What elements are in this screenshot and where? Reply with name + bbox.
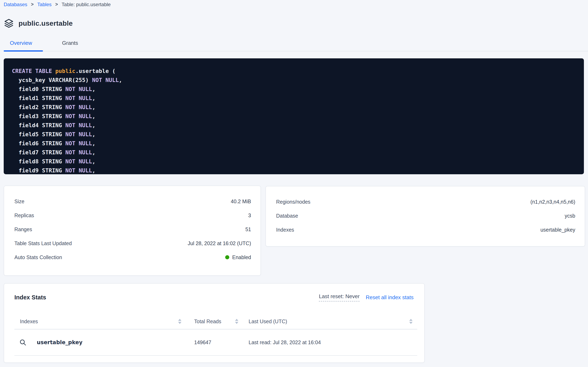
stat-value: (n1,n2,n3,n4,n5,n6): [530, 199, 575, 205]
stat-label: Indexes: [276, 227, 294, 233]
sql-line: field1 STRING NOT NULL,: [12, 94, 576, 103]
sql-line: ycsb_key VARCHAR(255) NOT NULL,: [12, 76, 576, 85]
stat-label: Replicas: [14, 212, 34, 218]
sql-line: field8 STRING NOT NULL,: [12, 157, 576, 166]
stat-value: ycsb: [565, 213, 575, 219]
stat-value: Enabled: [225, 254, 251, 260]
sql-line: field7 STRING NOT NULL,: [12, 148, 576, 157]
stat-row: Ranges51: [4, 222, 261, 236]
sql-line: field5 STRING NOT NULL,: [12, 130, 576, 139]
column-header-total-reads: Total Reads: [194, 318, 221, 325]
stat-row: Regions/nodes(n1,n2,n3,n4,n5,n6): [266, 195, 585, 209]
sort-arrows-icon[interactable]: [178, 319, 182, 324]
reset-all-index-stats-link[interactable]: Reset all index stats: [366, 294, 414, 301]
table-meta-card: Regions/nodes(n1,n2,n3,n4,n5,n6)Database…: [265, 186, 585, 247]
stat-label: Size: [14, 199, 25, 204]
sql-line: field3 STRING NOT NULL,: [12, 112, 576, 121]
tab-overview[interactable]: Overview: [10, 40, 32, 46]
index-total-reads: 149647: [194, 340, 211, 345]
sql-line: field4 STRING NOT NULL,: [12, 121, 576, 130]
stat-label: Database: [276, 213, 298, 219]
page-title: public.usertable: [18, 19, 73, 27]
status-dot-green-icon: [225, 255, 229, 259]
tab-bar: Overview Grants: [0, 35, 588, 52]
stat-label: Table Stats Last Updated: [14, 241, 72, 246]
table-stack-icon: [4, 18, 14, 28]
stat-row: Indexesusertable_pkey: [266, 223, 585, 237]
breadcrumb: Databases > Tables > Table: public.usert…: [4, 2, 111, 7]
breadcrumb-current-table: Table: public.usertable: [62, 2, 111, 7]
sql-line: field0 STRING NOT NULL,: [12, 85, 576, 94]
chevron-right-icon: >: [55, 2, 58, 7]
column-header-last-used: Last Used (UTC): [248, 318, 287, 325]
tab-grants[interactable]: Grants: [62, 40, 78, 46]
stat-row: Size40.2 MiB: [4, 194, 261, 208]
table-row-divider: [14, 355, 417, 356]
table-details-card: Size40.2 MiBReplicas3Ranges51Table Stats…: [4, 185, 261, 276]
stat-label: Auto Stats Collection: [14, 254, 62, 260]
page: Databases > Tables > Table: public.usert…: [0, 0, 588, 367]
stat-value: 3: [248, 212, 251, 218]
page-header: public.usertable: [4, 18, 73, 28]
sort-arrows-icon[interactable]: [409, 319, 413, 324]
stat-label: Regions/nodes: [276, 199, 310, 205]
stat-row: Table Stats Last UpdatedJul 28, 2022 at …: [4, 236, 261, 250]
index-stats-card: Index Stats Last reset: Never Reset all …: [4, 283, 425, 363]
index-name-link[interactable]: usertable_pkey: [37, 339, 82, 345]
index-table-row: usertable_pkey149647Last read: Jul 28, 2…: [4, 329, 424, 355]
sql-line: field6 STRING NOT NULL,: [12, 139, 576, 148]
stat-row: Replicas3: [4, 208, 261, 222]
sql-line: CREATE TABLE public.usertable (: [12, 67, 576, 76]
tabs-divider: [4, 51, 588, 51]
stat-value: 40.2 MiB: [231, 199, 251, 204]
sql-line: field2 STRING NOT NULL,: [12, 103, 576, 112]
column-header-indexes: Indexes: [20, 318, 38, 325]
stat-row: Databaseycsb: [266, 209, 585, 223]
stat-value: usertable_pkey: [540, 227, 575, 233]
breadcrumb-link-databases[interactable]: Databases: [4, 2, 27, 7]
active-tab-indicator: [4, 50, 43, 51]
create-table-statement: CREATE TABLE public.usertable ( ycsb_key…: [4, 58, 584, 174]
last-reset-label: Last reset: Never: [319, 293, 360, 301]
sql-line: field9 STRING NOT NULL,: [12, 166, 576, 174]
chevron-right-icon: >: [31, 2, 34, 7]
magnifier-icon: [19, 339, 26, 346]
index-last-used: Last read: Jul 28, 2022 at 16:04: [248, 340, 321, 345]
index-stats-header: Index Stats Last reset: Never Reset all …: [4, 293, 424, 302]
index-stats-title: Index Stats: [14, 294, 46, 301]
stat-row: Auto Stats CollectionEnabled: [4, 250, 261, 264]
index-table-header: Indexes Total Reads Last Used (UTC): [4, 316, 424, 327]
stat-value: Jul 28, 2022 at 16:02 (UTC): [188, 241, 251, 246]
sort-arrows-icon[interactable]: [235, 319, 238, 324]
breadcrumb-link-tables[interactable]: Tables: [37, 2, 51, 7]
stat-label: Ranges: [14, 226, 32, 232]
stat-value: 51: [245, 226, 251, 232]
